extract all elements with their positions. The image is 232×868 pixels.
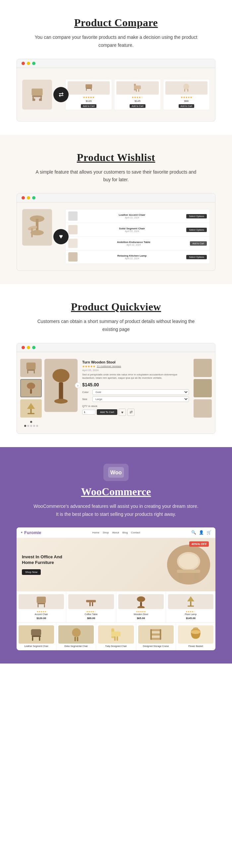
- woo-bottom-name-1: Leather Segment Chair: [18, 645, 54, 648]
- svg-rect-65: [117, 636, 118, 641]
- wishlist-item-btn-1[interactable]: Select Options: [186, 214, 207, 218]
- svg-rect-48: [92, 602, 93, 606]
- qv-color-select[interactable]: Gold Silver Black: [92, 390, 189, 395]
- woo-search-icon[interactable]: 🔍: [191, 530, 196, 535]
- svg-rect-66: [151, 629, 161, 631]
- woo-prod-name-3: Wooden Stool: [118, 613, 164, 616]
- bottom-basket-svg: [189, 627, 202, 642]
- compare-cart-btn-3[interactable]: Add to Cart: [179, 104, 194, 108]
- woo-product-3: ★★★★★ Wooden Stool $65.00: [116, 591, 166, 622]
- compare-cart-btn-1[interactable]: Add to Cart: [81, 104, 96, 108]
- woo-hero-button[interactable]: Shop Now: [22, 569, 41, 575]
- col-chair-svg-1: [84, 83, 94, 93]
- woocommerce-section: Woo WooCommerce WooCommerce's advanced f…: [0, 447, 232, 663]
- woo-store-brand: ✦ Furomie: [21, 530, 41, 535]
- qv-thumb-3[interactable]: [20, 399, 42, 417]
- wishlist-item-btn-4[interactable]: Select Options: [186, 255, 207, 259]
- svg-rect-2: [33, 97, 34, 101]
- qv-add-to-cart-button[interactable]: Add To Cart: [97, 409, 117, 415]
- compare-price-3: $98: [165, 100, 207, 102]
- wishlist-heart-button[interactable]: ♥: [53, 229, 69, 244]
- svg-rect-61: [77, 637, 78, 641]
- main-stool-svg: [49, 367, 73, 404]
- compare-swap-button[interactable]: ⇄: [53, 87, 69, 102]
- svg-rect-68: [151, 638, 161, 640]
- hero-chair-svg: [169, 545, 208, 585]
- quickview-description: Customers can obtain a short summary of …: [33, 318, 199, 334]
- svg-rect-0: [32, 88, 42, 95]
- quickview-product-reviews[interactable]: 11 customer reviews: [97, 365, 121, 368]
- qv-quantity-input[interactable]: [82, 410, 95, 414]
- svg-marker-28: [27, 403, 35, 409]
- svg-rect-21: [31, 228, 33, 237]
- bottom-chair-svg-3: [109, 627, 123, 642]
- woo-nav-links: Home Shop About Blog Contact: [92, 531, 140, 534]
- compare-col-img-1: [68, 81, 110, 95]
- svg-point-31: [52, 369, 69, 382]
- quickview-browser-bar: [17, 343, 215, 352]
- woo-title: WooCommerce: [13, 486, 219, 498]
- wishlist-item-name-1: Leather Accent Chair: [80, 213, 184, 216]
- col-chair-svg-2: [132, 83, 143, 93]
- woo-prod-img-4: [168, 594, 214, 609]
- woo-description: WooCommerce's advanced features will ass…: [33, 502, 199, 519]
- quickview-section: Product Quickview Customers can obtain a…: [0, 284, 232, 447]
- dot-yellow: [27, 62, 30, 65]
- svg-rect-58: [39, 637, 40, 641]
- svg-rect-46: [86, 600, 96, 602]
- qv-dot-3: [30, 425, 32, 427]
- wishlist-item-info-2: Solid Segment Chair April 22, 2024: [80, 227, 184, 232]
- woo-nav-blog[interactable]: Blog: [122, 531, 128, 534]
- woo-cart-icon[interactable]: 🛒: [206, 530, 211, 535]
- wishlist-item-btn-2[interactable]: Select Options: [186, 228, 207, 232]
- wishlist-preview: ♥ Leather Accent Chair April 22, 2024 Se…: [17, 203, 215, 271]
- quickview-product-stars: ★★★★★: [82, 365, 95, 368]
- side-table-svg: [27, 214, 47, 241]
- dot-green-3: [32, 346, 35, 349]
- woo-nav-shop[interactable]: Shop: [103, 531, 109, 534]
- woo-nav-home[interactable]: Home: [92, 531, 99, 534]
- wishlist-browser-mockup: ♥ Leather Accent Chair April 22, 2024 Se…: [16, 193, 216, 271]
- wishlist-item-name-2: Solid Segment Chair: [80, 227, 184, 230]
- wishlist-description: A simple feature that allows your custom…: [33, 168, 199, 184]
- wishlist-item-2: Solid Segment Chair April 22, 2024 Selec…: [66, 223, 209, 237]
- wishlist-item-img-2: [68, 225, 78, 234]
- quickview-browser-mockup: › Turn Wooden Stool ★★★★★ 11 customer re…: [16, 343, 216, 434]
- svg-rect-39: [177, 569, 200, 573]
- qv-color-label: Color: [82, 391, 90, 394]
- svg-rect-30: [28, 413, 35, 414]
- compare-title: Product Compare: [13, 17, 219, 29]
- svg-rect-69: [151, 629, 152, 640]
- woo-nav-about[interactable]: About: [112, 531, 119, 534]
- woo-prod-price-4: $145.00: [168, 617, 214, 620]
- woo-prod-img-1: [18, 594, 64, 609]
- wishlist-item-date-2: April 22, 2024: [80, 230, 184, 232]
- qv-compare-icon[interactable]: ⇄: [127, 409, 134, 416]
- qv-wishlist-icon[interactable]: ♥: [119, 409, 126, 416]
- svg-rect-57: [32, 637, 33, 641]
- woo-bottom-img-5: [178, 625, 214, 644]
- woo-bottom-img-1: [18, 625, 54, 644]
- compare-cart-btn-2[interactable]: Add to Cart: [129, 104, 145, 108]
- svg-rect-27: [30, 389, 32, 394]
- compare-table: ★★★★★ $120 Add to Cart ★★★★☆ $145: [65, 79, 210, 110]
- svg-rect-40: [179, 573, 183, 581]
- qv-thumb-1[interactable]: [20, 359, 42, 377]
- swap-icon: ⇄: [59, 91, 64, 98]
- quickview-next-arrow[interactable]: ›: [75, 382, 81, 389]
- svg-rect-16: [188, 89, 189, 92]
- svg-point-51: [137, 606, 145, 608]
- wishlist-item-btn-3[interactable]: Add to Cart: [190, 241, 207, 246]
- wishlist-item-info-4: Relaxing Kitchen Lamp April 22, 2024: [80, 254, 184, 259]
- quickview-title: Product Quickview: [13, 301, 219, 313]
- quickview-product-date: April 05, 2024: [82, 369, 189, 372]
- quickview-product-desc: Sed ut perspiciatis unde omnis iste natu…: [82, 373, 189, 380]
- woo-logo-svg: Woo: [108, 467, 124, 478]
- svg-rect-67: [151, 633, 161, 635]
- bottom-chair-svg-2: [70, 627, 83, 642]
- qv-size-select[interactable]: Large Medium Small: [92, 396, 189, 402]
- woo-user-icon[interactable]: 👤: [199, 530, 204, 535]
- wishlist-item-img-1: [68, 211, 78, 221]
- qv-thumb-2[interactable]: [20, 379, 42, 397]
- woo-nav-contact[interactable]: Contact: [131, 531, 140, 534]
